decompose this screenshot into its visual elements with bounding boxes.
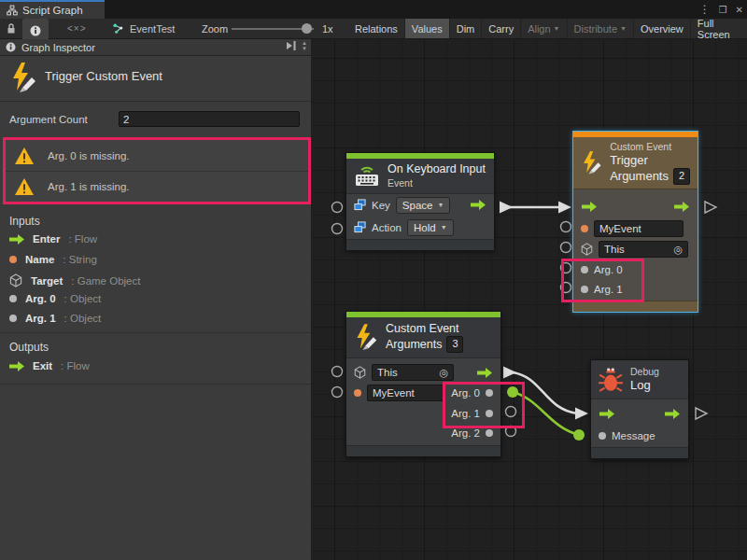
toolbar-button-dim[interactable]: Dim xyxy=(450,19,483,38)
event-name-row: MyEvent xyxy=(573,217,698,239)
window-menu-icon[interactable]: ⋮ xyxy=(699,3,711,16)
object-out-port[interactable] xyxy=(486,429,493,437)
port-list-item: Arg. 0: Object xyxy=(9,293,101,304)
script-graph-icon xyxy=(7,5,18,16)
string-port[interactable] xyxy=(354,389,361,397)
flow-out-port[interactable] xyxy=(476,368,493,378)
chevron-down-icon: ▼ xyxy=(554,25,560,32)
target-row: This ◎ xyxy=(573,239,698,259)
node-kind: Custom Event xyxy=(610,141,690,153)
inspected-unit-header: Trigger Custom Event xyxy=(0,56,311,102)
inputs-section-title: Inputs xyxy=(9,215,40,228)
toolbar-button-align[interactable]: Align▼ xyxy=(521,19,567,38)
node-title: On Keyboard Input xyxy=(388,162,486,177)
graph-toolbar: <×> EventTest Zoom 1x Relations Values D… xyxy=(0,19,747,39)
object-picker-icon[interactable]: ◎ xyxy=(439,367,448,379)
gameobject-cube-icon[interactable] xyxy=(581,243,593,256)
graph-inspector-header: Graph Inspector ▲▼ xyxy=(0,39,311,56)
window-maximize-icon[interactable]: ❒ xyxy=(719,5,727,15)
zoom-slider[interactable] xyxy=(232,19,314,38)
warning-icon xyxy=(14,177,35,196)
info-icon xyxy=(6,42,16,52)
graph-asset-icon xyxy=(112,22,124,35)
flow-in-port[interactable] xyxy=(599,409,615,419)
custom-event-icon xyxy=(354,323,378,353)
gameobject-cube-icon[interactable] xyxy=(354,366,366,379)
target-field[interactable]: This ◎ xyxy=(599,241,688,258)
message-row: Message xyxy=(591,426,688,446)
panel-title: Graph Inspector xyxy=(21,42,95,53)
key-dropdown[interactable]: Space▼ xyxy=(396,197,451,214)
enum-icon xyxy=(354,199,366,211)
flow-out-port[interactable] xyxy=(470,200,486,210)
toolbar-button-values[interactable]: Values xyxy=(405,19,450,38)
flow-out-port[interactable] xyxy=(673,202,690,212)
code-view-button[interactable]: <×> xyxy=(67,19,87,38)
info-icon xyxy=(30,25,41,36)
warning-row: Arg. 1 is missing. xyxy=(6,171,308,202)
toolbar-button-overview[interactable]: Overview xyxy=(634,19,691,38)
key-row: Key Space▼ xyxy=(346,194,494,217)
zoom-slider-handle[interactable] xyxy=(302,23,312,34)
node-title: Custom Event xyxy=(386,322,463,337)
chevron-down-icon: ▼ xyxy=(437,202,444,208)
tab-bar: Script Graph ⋮ ❒ ✕ xyxy=(0,0,747,19)
window-close-icon[interactable]: ✕ xyxy=(736,5,743,15)
annotation-box-event-args xyxy=(443,382,525,428)
toolbar-button-relations[interactable]: Relations xyxy=(348,19,405,38)
flow-arrow-icon xyxy=(9,234,24,245)
graph-canvas[interactable]: On Keyboard Input Event Key Space▼ xyxy=(313,39,747,560)
outputs-section-title: Outputs xyxy=(9,341,49,354)
action-dropdown[interactable]: Hold▼ xyxy=(407,219,454,236)
toolbar-button-distribute[interactable]: Distribute▼ xyxy=(568,19,634,38)
enum-icon xyxy=(354,221,366,233)
arguments-label: Arguments xyxy=(610,169,669,184)
zoom-label: Zoom xyxy=(202,19,228,38)
string-port[interactable] xyxy=(581,225,588,232)
wire-end-arrow xyxy=(558,202,571,214)
argument-count-label: Argument Count xyxy=(9,114,88,125)
port-list-item: Arg. 1: Object xyxy=(9,313,101,324)
warning-row: Arg. 0 is missing. xyxy=(6,140,308,171)
node-title: Log xyxy=(630,378,659,393)
flow-arrow-icon xyxy=(9,361,24,371)
graph-breadcrumb[interactable]: EventTest xyxy=(112,19,175,38)
arguments-label: Arguments xyxy=(386,338,442,353)
event-name-field[interactable]: MyEvent xyxy=(367,385,445,401)
object-picker-icon[interactable]: ◎ xyxy=(673,244,683,256)
target-field[interactable]: This ◎ xyxy=(372,364,454,381)
zoom-level: 1x xyxy=(322,19,333,38)
unit-title: Trigger Custom Event xyxy=(45,69,162,83)
panel-spinner[interactable]: ▲▼ xyxy=(302,40,307,51)
flow-in-port[interactable] xyxy=(581,202,598,212)
unity-script-graph-window: Script Graph ⋮ ❒ ✕ <×> xyxy=(0,0,747,560)
object-port[interactable] xyxy=(599,432,606,440)
wire-end-arrow xyxy=(575,408,588,420)
toolbar-button-fullscreen[interactable]: Full Screen xyxy=(691,19,747,38)
node-debug-log[interactable]: Debug Log Message xyxy=(590,359,689,459)
toolbar-button-carry[interactable]: Carry xyxy=(482,19,521,38)
warning-icon xyxy=(14,147,35,165)
bug-icon xyxy=(599,367,623,393)
port-list-item: Name: String xyxy=(9,254,97,265)
flow-out-hollow-arrow[interactable] xyxy=(705,202,716,213)
dock-panel-icon[interactable] xyxy=(285,40,298,51)
tab-title: Script Graph xyxy=(22,5,83,16)
argument-count-input[interactable] xyxy=(119,111,300,127)
target-row: This ◎ xyxy=(346,362,500,383)
event-name-field[interactable]: MyEvent xyxy=(594,220,684,237)
graph-name: EventTest xyxy=(130,23,175,35)
port-list-item: Exit: Flow xyxy=(9,360,90,371)
node-on-keyboard-input[interactable]: On Keyboard Input Event Key Space▼ xyxy=(345,152,495,250)
flow-out-port[interactable] xyxy=(664,409,681,419)
custom-event-icon xyxy=(9,62,37,95)
port-label: Message xyxy=(612,430,655,441)
lock-icon[interactable] xyxy=(6,19,17,38)
warnings-annotation-box: Arg. 0 is missing. Arg. 1 is missing. xyxy=(3,137,311,204)
string-port-icon xyxy=(9,256,17,263)
flow-out-hollow-arrow[interactable] xyxy=(696,408,707,419)
tab-script-graph[interactable]: Script Graph xyxy=(0,0,105,19)
argument-count-badge: 3 xyxy=(446,336,463,353)
flow-row xyxy=(591,401,688,426)
value-wire-end[interactable] xyxy=(573,429,585,441)
